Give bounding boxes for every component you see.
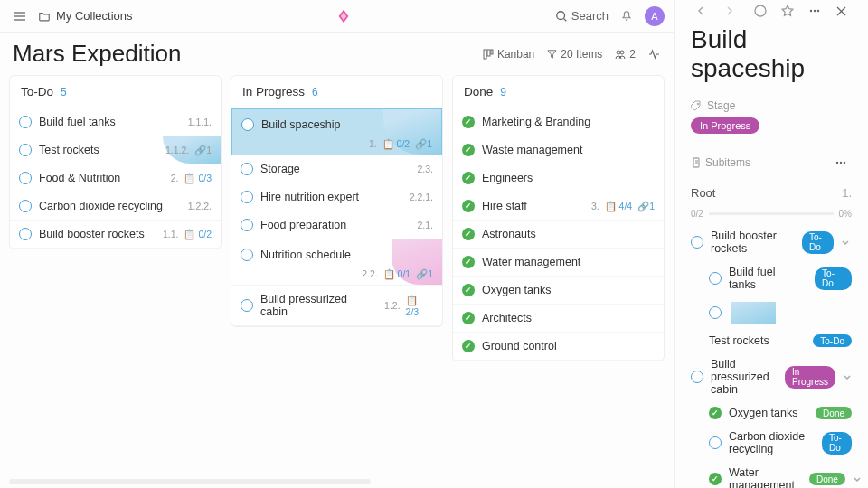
card-title: Oxygen tanks: [482, 284, 551, 296]
card-meta: 1.2.2.: [188, 201, 212, 211]
status-icon[interactable]: [241, 249, 253, 261]
kanban-card[interactable]: Oxygen tanks: [453, 277, 664, 305]
status-icon[interactable]: [462, 200, 475, 212]
search-button[interactable]: Search: [555, 9, 609, 23]
stage-value[interactable]: In Progress: [691, 117, 760, 134]
status-icon[interactable]: [709, 407, 722, 419]
kanban-card[interactable]: Build fuel tanks1.1.1.: [10, 108, 221, 136]
status-icon[interactable]: [462, 312, 475, 324]
kanban-card[interactable]: Engineers: [453, 164, 664, 192]
status-icon[interactable]: [462, 284, 475, 296]
avatar[interactable]: A: [645, 6, 665, 26]
card-title: Architects: [482, 312, 532, 324]
tree-row[interactable]: Water managementDone: [691, 461, 852, 488]
more-icon[interactable]: [804, 0, 826, 22]
kanban-card[interactable]: Storage2.3.: [231, 155, 442, 183]
status-icon[interactable]: [241, 191, 253, 203]
status-icon[interactable]: [709, 436, 722, 449]
column-count: 6: [312, 86, 318, 99]
status-icon[interactable]: [19, 172, 32, 184]
kanban-card[interactable]: Architects: [453, 305, 664, 333]
members[interactable]: 2: [615, 48, 636, 61]
status-icon[interactable]: [709, 272, 722, 285]
card-title: Storage: [260, 163, 300, 175]
activity-icon[interactable]: [648, 49, 661, 60]
status-icon[interactable]: [462, 256, 475, 268]
svg-point-12: [755, 5, 766, 16]
kanban-card[interactable]: Nutrition schedule2.2.📋 0/1🔗1: [231, 239, 442, 286]
detail-panel: Build spaceship Stage In Progress Subite…: [675, 0, 868, 488]
breadcrumb[interactable]: My Collections: [38, 9, 133, 23]
tree-item-title: Oxygen tanks: [729, 407, 797, 419]
tree-row[interactable]: [691, 296, 852, 329]
status-icon[interactable]: [241, 219, 253, 231]
tree-row[interactable]: Oxygen tanksDone: [691, 401, 852, 425]
status-icon[interactable]: [19, 200, 32, 212]
tree-row[interactable]: Test rocketsTo-Do: [691, 329, 852, 352]
status-icon[interactable]: [241, 118, 254, 131]
status-icon[interactable]: [462, 144, 475, 156]
kanban-card[interactable]: Build booster rockets1.1.📋 0/2: [10, 221, 221, 249]
status-icon[interactable]: [19, 116, 32, 128]
filter-items[interactable]: 20 Items: [547, 48, 602, 61]
view-kanban[interactable]: Kanban: [483, 48, 534, 61]
kanban-card[interactable]: Waste management: [453, 136, 664, 164]
column-title: To-Do: [21, 85, 53, 99]
status-icon[interactable]: [19, 228, 32, 240]
status-icon[interactable]: [462, 340, 475, 352]
kanban-card[interactable]: Carbon dioxide recycling1.2.2.: [10, 192, 221, 221]
chevron-down-icon[interactable]: [843, 372, 852, 381]
status-icon[interactable]: [691, 236, 703, 249]
search-icon: [555, 10, 568, 23]
svg-point-15: [816, 10, 818, 12]
status-icon[interactable]: [462, 228, 475, 240]
nav-back-icon[interactable]: [691, 0, 712, 22]
close-icon[interactable]: [830, 0, 852, 22]
tree-item-title: Carbon dioxide recycling: [729, 430, 807, 455]
card-title: Build fuel tanks: [39, 116, 116, 128]
nav-forward-icon[interactable]: [718, 0, 740, 22]
chevron-down-icon[interactable]: [853, 474, 862, 483]
card-title: Food preparation: [260, 219, 346, 231]
status-icon[interactable]: [462, 172, 475, 184]
kanban-card[interactable]: Hire nutrition expert2.2.1.: [231, 183, 442, 211]
root-row[interactable]: Root1.: [691, 179, 852, 207]
star-icon[interactable]: [777, 0, 798, 22]
kanban-card[interactable]: Test rockets1.1.2.🔗1: [10, 136, 221, 164]
circle-icon[interactable]: [750, 0, 771, 22]
menu-icon[interactable]: [9, 5, 31, 27]
stage-label: Stage: [707, 99, 735, 112]
status-icon[interactable]: [462, 116, 475, 128]
status-icon[interactable]: [709, 306, 722, 319]
kanban-card[interactable]: Hire staff3.📋 4/4🔗1: [453, 192, 664, 221]
status-icon[interactable]: [241, 299, 253, 312]
bell-icon[interactable]: [616, 5, 637, 27]
kanban-card[interactable]: Astronauts: [453, 221, 664, 249]
card-title: Build spaceship: [261, 118, 341, 131]
tree-row[interactable]: Build fuel tanksTo-Do: [691, 260, 852, 296]
kanban-card[interactable]: Food & Nutrition2.📋 0/3: [10, 164, 221, 192]
kanban-card[interactable]: Ground control: [453, 333, 664, 361]
kanban-card[interactable]: Build spaceship1.📋 0/2🔗1: [231, 108, 442, 155]
status-icon[interactable]: [691, 371, 703, 383]
tree-row[interactable]: Build pressurized cabinIn Progress: [691, 352, 852, 401]
page-title: Mars Expedition: [13, 40, 483, 68]
card-sub: 1.📋 0/2🔗1: [369, 138, 432, 150]
kanban-card[interactable]: Marketing & Branding: [453, 108, 664, 136]
topbar: My Collections Search A: [0, 0, 674, 33]
status-icon[interactable]: [709, 473, 722, 485]
status-icon[interactable]: [19, 144, 32, 156]
horizontal-scrollbar[interactable]: [9, 479, 371, 484]
thumbnail: [731, 302, 776, 324]
subitems-more-icon[interactable]: [830, 152, 852, 174]
kanban-card[interactable]: Water management: [453, 249, 664, 277]
tree-row[interactable]: Build booster rocketsTo-Do: [691, 224, 852, 260]
tree-row[interactable]: Carbon dioxide recyclingTo-Do: [691, 425, 852, 461]
card-title: Food & Nutrition: [39, 172, 120, 184]
panel-title: Build spaceship: [691, 22, 852, 94]
status-icon[interactable]: [241, 163, 253, 175]
kanban-card[interactable]: Food preparation2.1.: [231, 211, 442, 239]
chevron-down-icon[interactable]: [841, 238, 852, 247]
card-meta: 2.1.: [417, 220, 433, 230]
kanban-card[interactable]: Build pressurized cabin1.2.📋 2/3: [231, 286, 442, 326]
